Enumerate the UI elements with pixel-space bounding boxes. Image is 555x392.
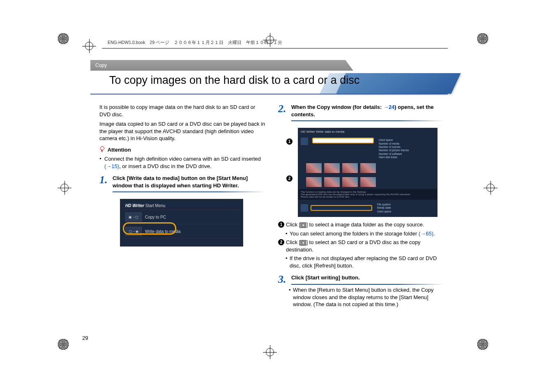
- callout-1: 1: [286, 138, 292, 145]
- registration-mark: [58, 339, 78, 359]
- book-header: ENG-HDW1.0.book 29 ページ ２００６年１１月２１日 火曜日 午…: [102, 40, 448, 48]
- breadcrumb: Copy: [90, 60, 353, 71]
- highlight-write-data: [123, 222, 176, 235]
- left-column: It is possible to copy image data on the…: [99, 104, 266, 310]
- step-3-title: Click [Start writing] button.: [291, 274, 444, 281]
- registration-mark: [477, 33, 497, 53]
- dropdown-icon: ▾: [300, 222, 306, 228]
- window-title: HD Writer Write data to media: [298, 128, 437, 135]
- registration-mark: [477, 339, 497, 359]
- step-1-title: Click [Write data to media] button on th…: [113, 175, 266, 189]
- source-info: Used space Number of media Number of sce…: [376, 138, 435, 160]
- registration-mark: [58, 33, 78, 53]
- screenshot-start-menu: HD Writer Start Menu ▣→▢ Copy to PC ▢→◉ …: [120, 199, 243, 247]
- source-folder-dropdown[interactable]: [312, 138, 374, 143]
- crop-mark: [58, 181, 71, 195]
- thumbnails: [298, 161, 437, 175]
- step-number-3: 3.: [278, 274, 287, 285]
- link-page-65[interactable]: (→65): [419, 231, 433, 237]
- step-3-sublist: When the [Return to Start Menu] button i…: [289, 286, 444, 308]
- attention-icon: [99, 146, 104, 153]
- attention-heading: Attention: [99, 146, 266, 153]
- page-number: 29: [82, 335, 88, 341]
- destination-drive-dropdown[interactable]: [311, 205, 372, 211]
- annotation-2: 2 Click [▾] to select an SD card or a DV…: [278, 239, 444, 253]
- intro-1: It is possible to copy image data on the…: [99, 104, 266, 118]
- right-column: 2. When the Copy window (for details: →2…: [278, 104, 444, 310]
- step-3: 3. Click [Start writing] button.: [278, 274, 444, 285]
- link-page-15[interactable]: (→15): [104, 163, 119, 169]
- copy-to-pc-label: Copy to PC: [145, 215, 166, 219]
- copy-to-pc-icon: ▣→▢: [125, 212, 142, 221]
- crop-mark: [484, 181, 497, 195]
- destination-info: File system Media state Used space: [375, 202, 435, 214]
- source-hdd-icon: [301, 138, 308, 145]
- intro-2: Image data copied to an SD card or a DVD…: [99, 120, 266, 142]
- thumbnails-row-2: [298, 175, 437, 189]
- callout-2: 2: [286, 175, 292, 182]
- step-2: 2. When the Copy window (for details: →2…: [278, 104, 444, 121]
- step-number-1: 1.: [99, 175, 108, 185]
- screenshot-copy-window: 1 2 HD Writer Write data to media Used s…: [286, 128, 444, 217]
- link-page-24[interactable]: →24: [383, 104, 394, 110]
- page-title: To copy images on the hard disk to a car…: [109, 74, 359, 87]
- attention-list: Connect the high definition video camera…: [99, 155, 266, 170]
- step-number-2: 2.: [278, 104, 287, 114]
- dropdown-icon: ▾: [300, 240, 306, 246]
- step-2-title: When the Copy window (for details: →24) …: [291, 104, 444, 118]
- section-title-bar: To copy images on the hard disk to a car…: [90, 73, 448, 95]
- notice-strip: The function to reading data can be chan…: [298, 189, 437, 200]
- annotation-1-sublist: You can select among the folders in the …: [286, 230, 444, 238]
- step-1: 1. Click [Write data to media] button on…: [99, 175, 266, 192]
- dest-drive-icon: [301, 204, 308, 212]
- annotation-1: 1 Click [▾] to select a image data folde…: [278, 221, 444, 228]
- crop-mark: [263, 345, 277, 359]
- annotation-2-sublist: If the drive is not displayed after repl…: [286, 255, 444, 269]
